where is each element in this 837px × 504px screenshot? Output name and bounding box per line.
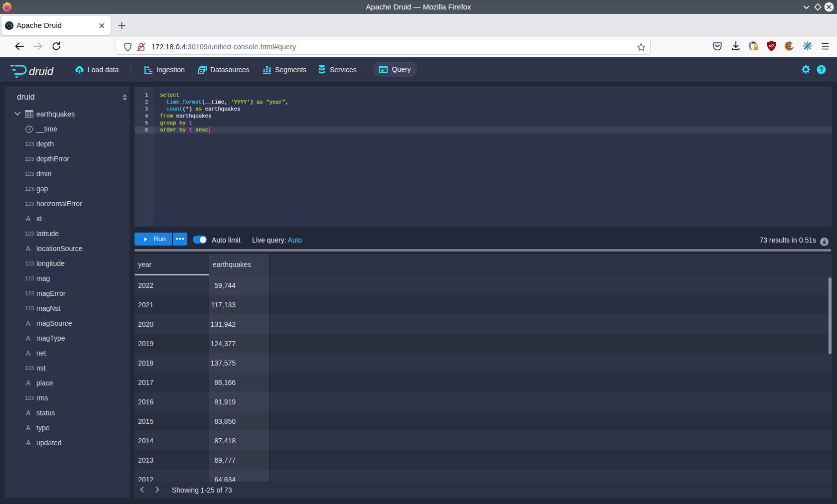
- svg-text:?: ?: [820, 66, 824, 73]
- svg-text:uO: uO: [769, 44, 774, 47]
